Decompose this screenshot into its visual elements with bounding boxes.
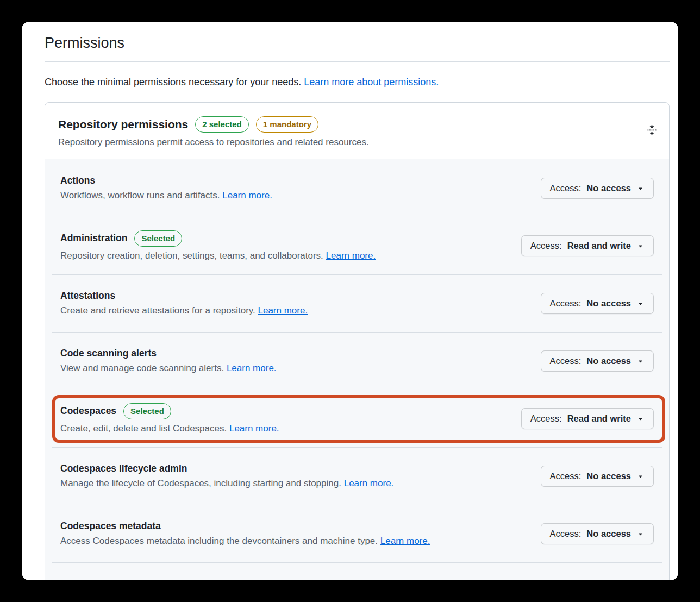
access-label: Access: xyxy=(550,471,582,481)
section-subtitle: Repository permissions permit access to … xyxy=(58,137,636,148)
selected-count-badge: 2 selected xyxy=(195,116,249,133)
learn-more-link[interactable]: Learn more. xyxy=(227,363,277,373)
access-dropdown-actions[interactable]: Access: No access xyxy=(541,178,654,199)
page-title: Permissions xyxy=(45,22,670,62)
permissions-panel: Permissions Choose the minimal permissio… xyxy=(22,22,678,580)
chevron-down-icon xyxy=(636,530,645,538)
learn-more-link[interactable]: Learn more. xyxy=(344,478,394,488)
access-value: Read and write xyxy=(567,241,631,251)
permission-row-cutoff xyxy=(45,562,669,580)
access-value: No access xyxy=(586,356,631,366)
access-value: No access xyxy=(586,529,631,539)
chevron-down-icon xyxy=(636,184,645,192)
permission-row-codespaces: Codespaces Selected Create, edit, delete… xyxy=(45,390,669,447)
chevron-down-icon xyxy=(636,357,645,365)
access-dropdown-code-scanning-alerts[interactable]: Access: No access xyxy=(541,350,654,372)
permission-description: Manage the lifecycle of Codespaces, incl… xyxy=(60,478,341,488)
permission-title: Codespaces lifecycle admin xyxy=(60,463,187,474)
access-dropdown-codespaces-lifecycle-admin[interactable]: Access: No access xyxy=(541,466,654,487)
access-dropdown-attestations[interactable]: Access: No access xyxy=(541,293,654,314)
permission-description: Create, edit, delete and list Codespaces… xyxy=(60,423,227,434)
permission-title: Code scanning alerts xyxy=(60,348,157,359)
permission-description: Workflows, workflow runs and artifacts. xyxy=(60,190,220,200)
access-dropdown-codespaces-metadata[interactable]: Access: No access xyxy=(541,523,654,544)
permission-row-code-scanning-alerts: Code scanning alerts View and manage cod… xyxy=(45,332,669,390)
access-label: Access: xyxy=(550,183,582,193)
permission-title: Attestations xyxy=(60,290,115,302)
permission-row-codespaces-metadata: Codespaces metadata Access Codespaces me… xyxy=(45,505,669,562)
chevron-down-icon xyxy=(636,242,645,250)
permission-title: Codespaces xyxy=(60,405,116,417)
permission-description: View and manage code scanning alerts. xyxy=(60,363,224,373)
intro-text: Choose the minimal permissions necessary… xyxy=(45,77,670,88)
learn-more-link[interactable]: Learn more. xyxy=(222,190,272,200)
permission-description: Access Codespaces metadata including the… xyxy=(60,536,378,546)
learn-more-link[interactable]: Learn more. xyxy=(380,536,430,546)
repository-permissions-section: Repository permissions 2 selected 1 mand… xyxy=(45,102,670,580)
access-dropdown-codespaces[interactable]: Access: Read and write xyxy=(521,408,654,429)
chevron-down-icon xyxy=(636,472,645,480)
permission-title: Codespaces metadata xyxy=(60,521,161,532)
learn-more-about-permissions-link[interactable]: Learn more about permissions. xyxy=(304,77,439,87)
access-label: Access: xyxy=(550,298,582,309)
access-label: Access: xyxy=(550,356,582,366)
mandatory-count-badge: 1 mandatory xyxy=(256,116,318,133)
selected-badge: Selected xyxy=(134,230,182,247)
permission-description: Create and retrieve attestations for a r… xyxy=(60,305,255,316)
access-value: No access xyxy=(586,183,631,193)
fold-icon xyxy=(647,128,657,136)
access-value: No access xyxy=(586,471,631,481)
learn-more-link[interactable]: Learn more. xyxy=(258,305,308,316)
permission-row-attestations: Attestations Create and retrieve attesta… xyxy=(45,274,669,332)
learn-more-link[interactable]: Learn more. xyxy=(326,250,376,261)
access-label: Access: xyxy=(550,529,582,539)
fold-collapse-button[interactable] xyxy=(647,124,657,135)
access-label: Access: xyxy=(530,413,562,424)
learn-more-link[interactable]: Learn more. xyxy=(229,423,279,434)
permission-title: Actions xyxy=(60,175,95,186)
permissions-list: Actions Workflows, workflow runs and art… xyxy=(45,159,669,580)
access-value: No access xyxy=(586,298,631,309)
repository-permissions-header: Repository permissions 2 selected 1 mand… xyxy=(45,103,669,159)
selected-badge: Selected xyxy=(123,403,171,419)
permission-row-administration: Administration Selected Repository creat… xyxy=(45,217,669,274)
access-dropdown-administration[interactable]: Access: Read and write xyxy=(521,235,654,256)
permission-row-actions: Actions Workflows, workflow runs and art… xyxy=(45,159,669,217)
section-title: Repository permissions xyxy=(58,118,188,131)
chevron-down-icon xyxy=(636,415,645,423)
access-value: Read and write xyxy=(567,413,631,424)
permission-row-codespaces-lifecycle-admin: Codespaces lifecycle admin Manage the li… xyxy=(45,447,669,505)
permission-title: Administration xyxy=(60,233,127,244)
chevron-down-icon xyxy=(636,299,645,308)
intro-text-body: Choose the minimal permissions necessary… xyxy=(45,77,301,87)
permission-description: Repository creation, deletion, settings,… xyxy=(60,250,323,261)
access-label: Access: xyxy=(530,241,562,251)
